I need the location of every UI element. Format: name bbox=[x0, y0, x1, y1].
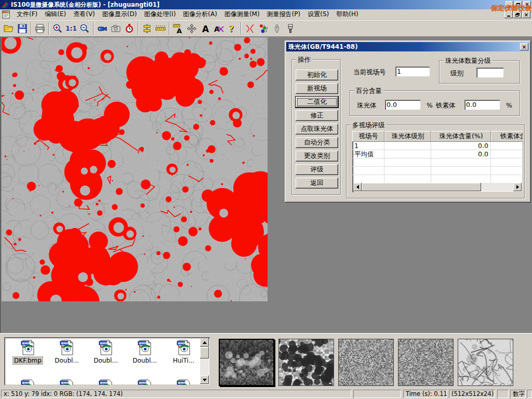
change-class-button[interactable]: 更改类别 bbox=[296, 151, 338, 162]
scroll-right-button[interactable] bbox=[513, 183, 522, 191]
file-name[interactable]: HuiTi... bbox=[172, 357, 196, 364]
menu-file[interactable]: 文件(F) bbox=[13, 9, 41, 20]
file-item[interactable]: BMP DKF.bmp bbox=[8, 339, 47, 364]
scrollbar-thumb[interactable] bbox=[200, 347, 209, 358]
scroll-left-button[interactable] bbox=[353, 183, 362, 191]
binarize-button[interactable]: 二值化 bbox=[296, 97, 338, 108]
ruler-button[interactable] bbox=[154, 22, 167, 35]
scroll-up-button[interactable] bbox=[200, 338, 209, 347]
file-name[interactable]: Doubl... bbox=[131, 357, 158, 364]
camera-button[interactable] bbox=[109, 22, 123, 35]
window-maximize-button[interactable] bbox=[514, 1, 522, 8]
table-row[interactable]: 平均值 0.0 bbox=[352, 150, 523, 158]
thumbnail[interactable] bbox=[398, 339, 454, 386]
dialog-title-bar[interactable]: 珠光体(GB/T9441-88) bbox=[286, 42, 529, 51]
menu-edit[interactable]: 编辑(E) bbox=[41, 9, 70, 20]
col-ferrite-percent[interactable]: 铁素体含量(%) bbox=[491, 131, 523, 142]
thumbnail[interactable] bbox=[458, 339, 513, 386]
file-name[interactable]: Doubl... bbox=[92, 357, 119, 364]
count-points-button[interactable]: 123 bbox=[257, 22, 270, 35]
menu-report[interactable]: 测量报告(P) bbox=[263, 9, 304, 20]
rate-button[interactable]: 评级 bbox=[296, 164, 338, 175]
mdi-restore-button[interactable] bbox=[513, 11, 522, 18]
menu-image-measure[interactable]: 图像测量(M) bbox=[221, 9, 263, 20]
mdi-minimize-button[interactable] bbox=[504, 11, 513, 18]
file-item[interactable]: BMP Doubl... bbox=[125, 339, 164, 364]
file-name[interactable]: Doubl... bbox=[54, 357, 80, 364]
file-item[interactable]: BMP bbox=[47, 379, 86, 385]
file-item[interactable]: BMP Doubl... bbox=[47, 339, 86, 364]
menu-image-analysis[interactable]: 图像分析(A) bbox=[179, 9, 221, 20]
delete-text-button[interactable]: A bbox=[212, 22, 225, 35]
open-button[interactable] bbox=[2, 22, 16, 35]
specimen-image[interactable] bbox=[2, 37, 268, 301]
dialog-close-button[interactable]: × bbox=[520, 43, 528, 50]
file-item[interactable]: BMP bbox=[125, 379, 164, 385]
move-button[interactable] bbox=[185, 22, 198, 35]
file-item[interactable]: BMP Doubl... bbox=[86, 339, 125, 364]
init-button[interactable]: 初始化 bbox=[296, 70, 338, 81]
file-name[interactable]: DKF.bmp bbox=[13, 357, 43, 364]
menu-image-display[interactable]: 图像显示(D) bbox=[99, 9, 141, 20]
zoom-in-button[interactable] bbox=[51, 22, 64, 35]
brush-button[interactable] bbox=[284, 22, 297, 35]
menu-view[interactable]: 查看(V) bbox=[70, 9, 99, 20]
level-input[interactable] bbox=[476, 68, 503, 77]
print-button[interactable] bbox=[33, 22, 47, 35]
thumbnail[interactable] bbox=[278, 339, 334, 386]
file-item[interactable]: BMP HuiTi... bbox=[164, 339, 203, 364]
file-item[interactable]: BMP bbox=[8, 379, 47, 385]
correct-button[interactable]: 修正 bbox=[296, 110, 338, 121]
mdi-close-button[interactable]: × bbox=[522, 11, 530, 18]
scrollbar-track[interactable] bbox=[481, 183, 513, 191]
pearlite-percent-input[interactable]: 0.0 bbox=[385, 100, 420, 110]
table-row[interactable]: 1 0.0 bbox=[352, 142, 523, 150]
pick-pearlite-button[interactable]: 点取珠光体 bbox=[296, 124, 338, 135]
help-button[interactable]: ?? bbox=[225, 22, 239, 35]
operations-group-label: 操作 bbox=[296, 56, 312, 64]
text-button[interactable]: A bbox=[198, 22, 212, 35]
thumbnail-selected[interactable] bbox=[219, 339, 274, 386]
zoom-out-button[interactable] bbox=[78, 22, 91, 35]
stopwatch-button[interactable] bbox=[123, 22, 136, 35]
return-button[interactable]: 返回 bbox=[296, 178, 338, 189]
save-button[interactable] bbox=[16, 22, 29, 35]
window-close-button[interactable]: × bbox=[523, 1, 531, 8]
menu-settings[interactable]: 设置(S) bbox=[304, 9, 332, 20]
pen-button[interactable] bbox=[270, 22, 284, 35]
bmp-file-icon: BMP bbox=[137, 379, 153, 385]
col-pearlite-percent[interactable]: 珠光体含量(%) bbox=[431, 131, 491, 142]
table-row[interactable] bbox=[352, 175, 523, 183]
auto-classify-button[interactable]: 自动分类 bbox=[296, 137, 338, 148]
measure-text-button[interactable]: A bbox=[171, 22, 185, 35]
window-minimize-button[interactable] bbox=[506, 1, 513, 8]
minimize-icon bbox=[507, 16, 510, 17]
menu-image-process[interactable]: 图像处理(I) bbox=[140, 9, 179, 20]
pearlite-label: 珠光体 bbox=[357, 101, 377, 110]
file-item[interactable]: BMP bbox=[164, 379, 203, 385]
delete-text-icon: A bbox=[214, 23, 224, 34]
status-empty-1 bbox=[353, 390, 401, 398]
table-horizontal-scrollbar[interactable] bbox=[353, 183, 522, 191]
current-field-input[interactable]: 1 bbox=[395, 66, 430, 76]
actual-size-button[interactable]: 1:1 bbox=[64, 22, 78, 35]
col-pearlite-level[interactable]: 珠光体级别 bbox=[384, 131, 431, 142]
file-list-scrollbar[interactable] bbox=[200, 338, 209, 384]
table-row[interactable] bbox=[352, 158, 523, 167]
grading-group-label: 珠光体数量分级 bbox=[444, 57, 493, 65]
video-capture-button[interactable] bbox=[96, 22, 109, 35]
caliper-button[interactable] bbox=[140, 22, 154, 35]
scrollbar-thumb[interactable] bbox=[362, 183, 481, 191]
svg-text:BMP: BMP bbox=[178, 341, 186, 345]
table-row[interactable] bbox=[352, 167, 523, 175]
thumbnail[interactable] bbox=[338, 339, 394, 386]
bottom-panel: BMP DKF.bmp BMP Doubl... bbox=[0, 333, 532, 389]
curve-button[interactable] bbox=[243, 22, 257, 35]
file-item[interactable]: BMP bbox=[86, 379, 125, 385]
col-field[interactable]: 视场号 bbox=[352, 131, 384, 142]
new-field-button[interactable]: 新视场 bbox=[296, 83, 338, 94]
status-empty-2 bbox=[497, 390, 509, 398]
scroll-down-button[interactable] bbox=[200, 376, 209, 384]
menu-help[interactable]: 帮助(H) bbox=[332, 9, 362, 20]
ferrite-percent-input[interactable]: 0.0 bbox=[464, 100, 500, 110]
